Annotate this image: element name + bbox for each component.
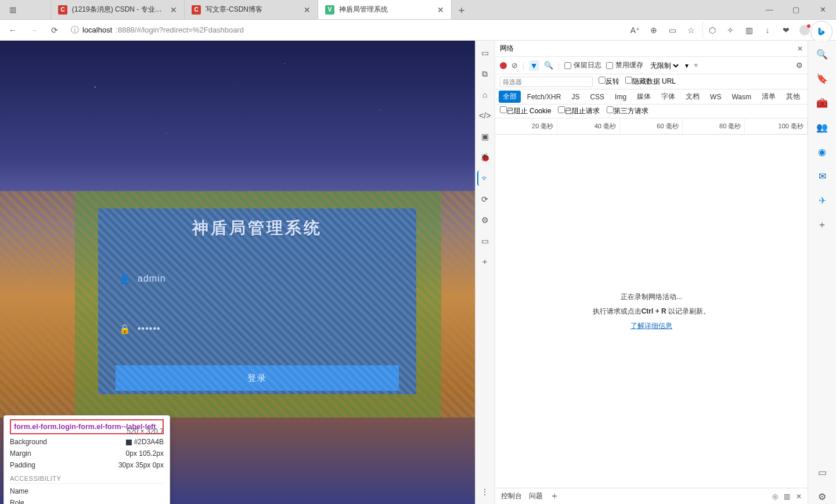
disable-cache-checkbox[interactable]: 禁用缓存 [606, 60, 643, 70]
type-filter-all[interactable]: 全部 [499, 91, 521, 103]
extensions-icon[interactable]: ⬡ [702, 22, 721, 38]
hide-sidebar-icon[interactable]: ▭ [815, 465, 830, 480]
bing-sidebar-button[interactable] [810, 21, 833, 43]
login-form: 神盾局管理系统 👤 admin 🔒 •••••• 登录 [98, 208, 416, 394]
drawer-dock-icon[interactable]: ▥ [784, 492, 790, 501]
type-filter-fetch[interactable]: Fetch/XHR [523, 92, 565, 102]
type-filter-other[interactable]: 其他 [782, 91, 804, 103]
hide-data-url-checkbox[interactable]: 隐藏数据 URL [625, 77, 676, 87]
performance-tab-icon[interactable]: ⟳ [477, 192, 492, 207]
tab-title: (1219条消息) CSDN - 专业开发… [72, 5, 165, 15]
search-icon[interactable]: 🔍 [544, 61, 553, 70]
more-tools-icon[interactable]: ＋ [477, 254, 492, 269]
empty-hint-text: 执行请求或点击Ctrl + R 以记录刷新。 [593, 307, 710, 316]
type-filter-ws[interactable]: WS [706, 92, 725, 102]
type-filter-font[interactable]: 字体 [657, 91, 679, 103]
network-toolbar: ⊘ | ▼ 🔍 | 保留日志 禁用缓存 无限制 ▾ ᯤ ⚙ [495, 57, 808, 74]
new-tab-button[interactable]: ＋ [452, 0, 471, 19]
edge-sidebar-icon[interactable]: ◉ [815, 144, 830, 159]
drawer-csp-icon[interactable]: ◎ [772, 492, 778, 501]
tab-csdn-home[interactable]: C (1219条消息) CSDN - 专业开发… ✕ [51, 0, 185, 19]
maximize-button[interactable]: ▢ [783, 0, 809, 19]
refresh-button[interactable]: ⟳ [45, 22, 64, 38]
type-filter-css[interactable]: CSS [586, 92, 608, 102]
preserve-log-checkbox[interactable]: 保留日志 [564, 60, 601, 70]
learn-more-link[interactable]: 了解详细信息 [630, 321, 672, 331]
site-info-icon[interactable]: ⓘ [71, 25, 79, 35]
blocked-cookie-checkbox[interactable]: 已阻止 Cookie [500, 106, 552, 116]
username-input[interactable]: admin [138, 273, 166, 284]
tooltip-padding-label: Padding [10, 461, 35, 469]
network-tab-icon[interactable]: ᯤ [477, 171, 492, 186]
forward-button[interactable]: → [24, 22, 43, 38]
close-window-button[interactable]: ✕ [809, 0, 836, 19]
send-sidebar-icon[interactable]: ✈ [815, 193, 830, 208]
throttle-select[interactable]: 无限制 [648, 61, 680, 70]
record-button[interactable] [500, 62, 507, 69]
back-button[interactable]: ← [3, 22, 22, 38]
filter-input[interactable] [500, 77, 593, 87]
settings-gear-icon[interactable]: ⚙ [796, 61, 803, 70]
shopping-sidebar-icon[interactable]: 🔖 [815, 71, 830, 86]
tools-sidebar-icon[interactable]: 🧰 [815, 95, 830, 110]
blocked-req-checkbox[interactable]: 已阻止请求 [558, 106, 600, 116]
filter-toggle-button[interactable]: ▼ [529, 60, 539, 71]
network-empty-state: 正在录制网络活动... 执行请求或点击Ctrl + R 以记录刷新。 了解详细信… [495, 135, 808, 488]
read-aloud-icon[interactable]: A⁺ [626, 22, 644, 38]
network-conditions-icon[interactable]: ᯤ [693, 61, 701, 70]
type-filter-img[interactable]: Img [611, 92, 630, 102]
close-icon[interactable]: ✕ [170, 5, 177, 15]
performance-icon[interactable]: ❤ [777, 22, 795, 38]
games-sidebar-icon[interactable]: 👥 [815, 120, 830, 135]
zoom-icon[interactable]: ⊕ [644, 22, 663, 38]
outlook-sidebar-icon[interactable]: ✉ [815, 168, 830, 183]
network-timeline[interactable]: 20 毫秒 40 毫秒 60 毫秒 80 毫秒 100 毫秒 [495, 118, 808, 135]
devtools-ellipsis-icon[interactable]: ⋮ [477, 484, 492, 499]
favicon-csdn: C [192, 5, 201, 15]
console-tab-icon[interactable]: ▣ [477, 129, 492, 144]
tab-csdn-write[interactable]: C 写文章-CSDN博客 ✕ [185, 0, 318, 19]
password-input[interactable]: •••••• [138, 323, 161, 334]
bing-icon [816, 27, 827, 37]
drawer-console-tab[interactable]: 控制台 [501, 491, 522, 501]
device-tab-icon[interactable]: ⧉ [477, 66, 492, 81]
type-filter-media[interactable]: 媒体 [633, 91, 655, 103]
type-filter-doc[interactable]: 文档 [682, 91, 704, 103]
drawer-add-tab-button[interactable]: ＋ [550, 490, 559, 502]
type-filter-js[interactable]: JS [567, 92, 583, 102]
application-tab-icon[interactable]: ▭ [477, 233, 492, 249]
minimize-button[interactable]: — [756, 0, 783, 19]
devtools-panel: ▭ ⧉ ⌂ </> ▣ 🐞 ᯤ ⟳ ⚙ ▭ ＋ ⋮ 网络 ✕ ⊘ | ▼ 🔍 [475, 41, 808, 504]
reader-icon[interactable]: ▭ [663, 22, 682, 38]
elements-tab-icon[interactable]: </> [477, 108, 492, 123]
tab-app[interactable]: V 神盾局管理系统 ✕ [318, 0, 452, 19]
collections-icon[interactable]: ▥ [740, 22, 758, 38]
url-field[interactable]: ⓘ localhost:8888/#/login?redirect=%2Fdas… [66, 22, 624, 38]
favorite-star-icon[interactable]: ☆ [682, 22, 700, 38]
downloads-icon[interactable]: ↓ [758, 22, 777, 38]
type-filter-manifest[interactable]: 清单 [758, 91, 780, 103]
invert-checkbox[interactable]: 反转 [599, 77, 619, 87]
memory-tab-icon[interactable]: ⚙ [477, 213, 492, 228]
type-filter-wasm[interactable]: Wasm [727, 92, 755, 102]
tab-overview-button[interactable]: ▥ [0, 0, 26, 19]
user-icon: 👤 [119, 273, 129, 285]
timeline-tick: 20 毫秒 [495, 118, 558, 134]
close-icon[interactable]: ✕ [304, 5, 311, 15]
drawer-issues-tab[interactable]: 问题 [529, 491, 543, 501]
login-button[interactable]: 登录 [116, 365, 399, 391]
tab-title: 写文章-CSDN博客 [206, 5, 299, 15]
edge-sidebar: 🔍 🔖 🧰 👥 ◉ ✉ ✈ ＋ ▭ ⚙ [808, 41, 836, 504]
drawer-close-icon[interactable]: ✕ [796, 492, 802, 501]
close-devtools-button[interactable]: ✕ [797, 45, 803, 53]
sources-tab-icon[interactable]: 🐞 [477, 150, 492, 165]
add-sidebar-icon[interactable]: ＋ [815, 217, 830, 232]
clear-button[interactable]: ⊘ [511, 61, 518, 70]
search-sidebar-icon[interactable]: 🔍 [815, 46, 830, 62]
inspect-tab-icon[interactable]: ▭ [477, 45, 492, 60]
close-icon[interactable]: ✕ [437, 5, 444, 15]
sidebar-settings-icon[interactable]: ⚙ [815, 489, 830, 504]
favorites-icon[interactable]: ✧ [721, 22, 740, 38]
welcome-tab-icon[interactable]: ⌂ [477, 87, 492, 102]
third-party-checkbox[interactable]: 第三方请求 [607, 106, 648, 116]
